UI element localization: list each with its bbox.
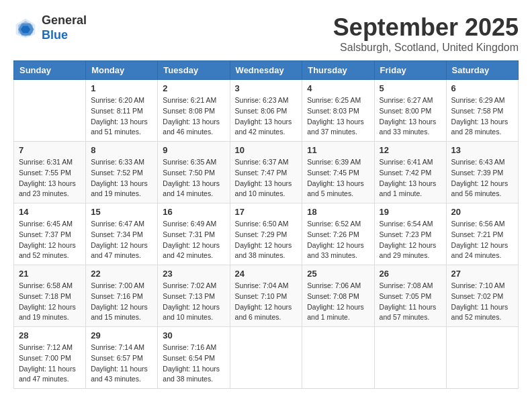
logo-text: General Blue [42,13,87,42]
day-info: Sunrise: 6:29 AMSunset: 7:58 PMDaylight:… [451,95,513,138]
day-info: Sunrise: 7:14 AMSunset: 6:57 PMDaylight:… [91,342,152,385]
calendar-cell: 6Sunrise: 6:29 AMSunset: 7:58 PMDaylight… [446,80,518,142]
calendar-cell: 12Sunrise: 6:41 AMSunset: 7:42 PMDayligh… [374,142,446,203]
day-info: Sunrise: 6:43 AMSunset: 7:39 PMDaylight:… [451,157,513,199]
day-info: Sunrise: 7:04 AMSunset: 7:10 PMDaylight:… [235,281,298,323]
day-info: Sunrise: 7:10 AMSunset: 7:02 PMDaylight:… [451,281,513,323]
calendar-cell [446,327,518,389]
day-info: Sunrise: 6:49 AMSunset: 7:31 PMDaylight:… [163,219,224,261]
calendar-cell: 2Sunrise: 6:21 AMSunset: 8:08 PMDaylight… [158,80,230,142]
day-number: 19 [380,207,441,217]
calendar-cell: 14Sunrise: 6:45 AMSunset: 7:37 PMDayligh… [14,203,86,265]
calendar-cell: 21Sunrise: 6:58 AMSunset: 7:18 PMDayligh… [14,265,86,327]
calendar-cell: 10Sunrise: 6:37 AMSunset: 7:47 PMDayligh… [230,142,302,203]
day-number: 27 [451,269,513,279]
title-block: September 2025 Salsburgh, Scotland, Unit… [333,13,519,54]
day-info: Sunrise: 6:39 AMSunset: 7:45 PMDaylight:… [307,157,369,199]
calendar-cell [302,327,374,389]
day-number: 2 [163,83,224,93]
calendar-cell: 30Sunrise: 7:16 AMSunset: 6:54 PMDayligh… [158,327,230,389]
calendar-week-row: 28Sunrise: 7:12 AMSunset: 7:00 PMDayligh… [14,327,519,389]
calendar-cell: 20Sunrise: 6:56 AMSunset: 7:21 PMDayligh… [446,203,518,265]
day-info: Sunrise: 6:47 AMSunset: 7:34 PMDaylight:… [91,219,152,261]
calendar-week-row: 7Sunrise: 6:31 AMSunset: 7:55 PMDaylight… [14,142,519,203]
month-title: September 2025 [333,13,519,42]
day-info: Sunrise: 6:52 AMSunset: 7:26 PMDaylight:… [307,219,369,261]
day-number: 20 [451,207,513,217]
weekday-header: Monday [86,61,158,80]
day-info: Sunrise: 6:35 AMSunset: 7:50 PMDaylight:… [163,157,224,199]
calendar-week-row: 14Sunrise: 6:45 AMSunset: 7:37 PMDayligh… [14,203,519,265]
calendar: SundayMondayTuesdayWednesdayThursdayFrid… [13,60,519,389]
calendar-cell: 8Sunrise: 6:33 AMSunset: 7:52 PMDaylight… [86,142,158,203]
calendar-cell [230,327,302,389]
calendar-cell: 25Sunrise: 7:06 AMSunset: 7:08 PMDayligh… [302,265,374,327]
day-number: 18 [307,207,369,217]
day-number: 14 [19,207,81,217]
day-info: Sunrise: 6:50 AMSunset: 7:29 PMDaylight:… [235,219,298,261]
weekday-header: Saturday [446,61,518,80]
day-info: Sunrise: 6:33 AMSunset: 7:52 PMDaylight:… [91,157,152,199]
day-info: Sunrise: 6:23 AMSunset: 8:06 PMDaylight:… [235,95,298,138]
calendar-header-row: SundayMondayTuesdayWednesdayThursdayFrid… [14,61,519,80]
day-number: 25 [307,269,369,279]
calendar-week-row: 21Sunrise: 6:58 AMSunset: 7:18 PMDayligh… [14,265,519,327]
day-number: 16 [163,207,224,217]
calendar-week-row: 1Sunrise: 6:20 AMSunset: 8:11 PMDaylight… [14,80,519,142]
location: Salsburgh, Scotland, United Kingdom [333,42,519,54]
calendar-cell: 27Sunrise: 7:10 AMSunset: 7:02 PMDayligh… [446,265,518,327]
calendar-cell: 19Sunrise: 6:54 AMSunset: 7:23 PMDayligh… [374,203,446,265]
calendar-cell: 9Sunrise: 6:35 AMSunset: 7:50 PMDaylight… [158,142,230,203]
page-header: General Blue September 2025 Salsburgh, S… [13,13,519,54]
day-info: Sunrise: 6:58 AMSunset: 7:18 PMDaylight:… [19,281,81,323]
day-number: 13 [451,145,513,155]
weekday-header: Tuesday [158,61,230,80]
day-info: Sunrise: 6:41 AMSunset: 7:42 PMDaylight:… [380,157,441,199]
calendar-cell: 18Sunrise: 6:52 AMSunset: 7:26 PMDayligh… [302,203,374,265]
day-info: Sunrise: 6:56 AMSunset: 7:21 PMDaylight:… [451,219,513,261]
day-number: 17 [235,207,298,217]
day-number: 29 [91,330,152,340]
day-info: Sunrise: 6:31 AMSunset: 7:55 PMDaylight:… [19,157,81,199]
day-number: 15 [91,207,152,217]
calendar-cell: 1Sunrise: 6:20 AMSunset: 8:11 PMDaylight… [86,80,158,142]
day-info: Sunrise: 6:21 AMSunset: 8:08 PMDaylight:… [163,95,224,138]
day-number: 7 [19,145,81,155]
day-info: Sunrise: 6:37 AMSunset: 7:47 PMDaylight:… [235,157,298,199]
day-number: 28 [19,330,81,340]
calendar-cell: 23Sunrise: 7:02 AMSunset: 7:13 PMDayligh… [158,265,230,327]
calendar-cell: 13Sunrise: 6:43 AMSunset: 7:39 PMDayligh… [446,142,518,203]
calendar-cell [374,327,446,389]
day-info: Sunrise: 7:06 AMSunset: 7:08 PMDaylight:… [307,281,369,323]
day-number: 24 [235,269,298,279]
calendar-cell: 17Sunrise: 6:50 AMSunset: 7:29 PMDayligh… [230,203,302,265]
calendar-cell: 16Sunrise: 6:49 AMSunset: 7:31 PMDayligh… [158,203,230,265]
day-number: 1 [91,83,152,93]
day-number: 12 [380,145,441,155]
day-info: Sunrise: 7:12 AMSunset: 7:00 PMDaylight:… [19,342,81,385]
day-number: 6 [451,83,513,93]
weekday-header: Wednesday [230,61,302,80]
calendar-cell [14,80,86,142]
day-info: Sunrise: 7:00 AMSunset: 7:16 PMDaylight:… [91,281,152,323]
day-info: Sunrise: 7:08 AMSunset: 7:05 PMDaylight:… [380,281,441,323]
day-number: 8 [91,145,152,155]
day-number: 10 [235,145,298,155]
calendar-cell: 4Sunrise: 6:25 AMSunset: 8:03 PMDaylight… [302,80,374,142]
calendar-cell: 3Sunrise: 6:23 AMSunset: 8:06 PMDaylight… [230,80,302,142]
weekday-header: Friday [374,61,446,80]
day-info: Sunrise: 7:16 AMSunset: 6:54 PMDaylight:… [163,342,224,385]
calendar-cell: 15Sunrise: 6:47 AMSunset: 7:34 PMDayligh… [86,203,158,265]
calendar-cell: 28Sunrise: 7:12 AMSunset: 7:00 PMDayligh… [14,327,86,389]
day-info: Sunrise: 7:02 AMSunset: 7:13 PMDaylight:… [163,281,224,323]
day-info: Sunrise: 6:45 AMSunset: 7:37 PMDaylight:… [19,219,81,261]
day-number: 26 [380,269,441,279]
weekday-header: Sunday [14,61,86,80]
day-info: Sunrise: 6:54 AMSunset: 7:23 PMDaylight:… [380,219,441,261]
logo: General Blue [13,13,87,42]
day-number: 22 [91,269,152,279]
day-number: 23 [163,269,224,279]
calendar-cell: 26Sunrise: 7:08 AMSunset: 7:05 PMDayligh… [374,265,446,327]
day-number: 5 [380,83,441,93]
day-number: 21 [19,269,81,279]
